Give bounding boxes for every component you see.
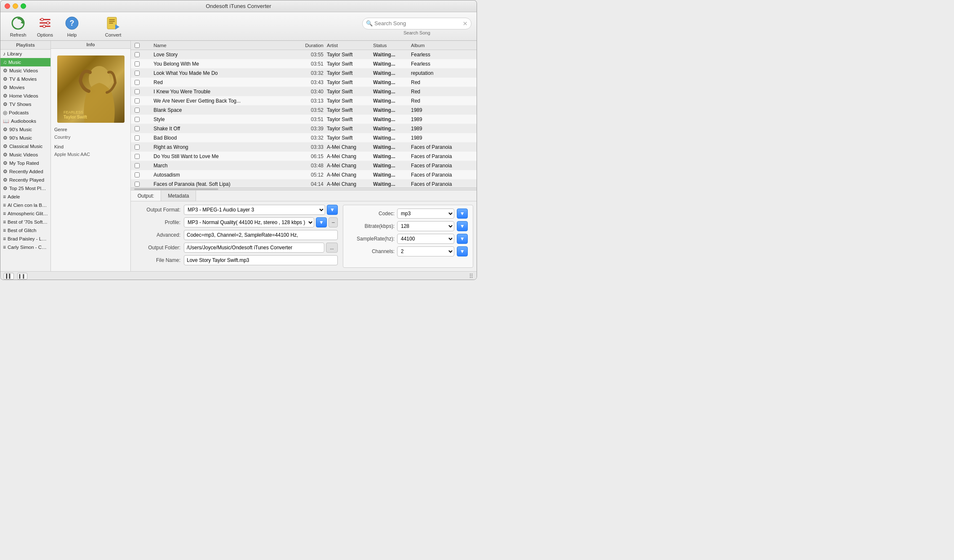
table-row[interactable]: Look What You Made Me Do 03:32 Taylor Sw…	[131, 69, 477, 78]
col-artist: Artist	[327, 43, 373, 48]
table-row[interactable]: Do You Still Want to Love Me 06:15 A-Mei…	[131, 152, 477, 161]
track-checkbox-3[interactable]	[135, 80, 140, 85]
bitrate-select[interactable]: 128	[397, 221, 454, 231]
table-row[interactable]: Red 03:43 Taylor Swift Waiting... Red	[131, 78, 477, 87]
browse-btn[interactable]: ...	[326, 243, 338, 253]
sidebar-item-al-cien[interactable]: ≡Al Cien con la Banda 💯	[0, 201, 50, 209]
sidebar-icon-tv-movies: ⚙	[3, 76, 8, 82]
track-checkbox-9[interactable]	[135, 135, 140, 140]
sidebar-item-best-70s[interactable]: ≡Best of '70s Soft Rock	[0, 218, 50, 226]
profile-dropdown-btn[interactable]: ▼	[316, 217, 327, 227]
sidebar-label-adele: Adele	[8, 194, 20, 199]
sidebar-item-tv-movies[interactable]: ⚙TV & Movies	[0, 75, 50, 83]
help-button[interactable]: ? Help	[59, 14, 85, 39]
track-checkbox-12[interactable]	[135, 163, 140, 168]
table-row[interactable]: We Are Never Ever Getting Back Tog... 03…	[131, 96, 477, 106]
sidebar-item-music-videos[interactable]: ⚙Music Videos	[0, 66, 50, 75]
track-album: 1989	[411, 126, 470, 132]
table-row[interactable]: Shake It Off 03:39 Taylor Swift Waiting.…	[131, 124, 477, 133]
sidebar-item-adele[interactable]: ≡Adele	[0, 193, 50, 201]
track-duration: 03:32	[297, 135, 327, 141]
sidebar-item-movies[interactable]: ⚙Movies	[0, 83, 50, 92]
track-checkbox-4[interactable]	[135, 89, 140, 94]
sidebar-item-podcasts[interactable]: ◎Podcasts	[0, 108, 50, 117]
tab-metadata[interactable]: Metadata	[161, 190, 196, 201]
table-row[interactable]: You Belong With Me 03:51 Taylor Swift Wa…	[131, 59, 477, 69]
table-row[interactable]: Style 03:51 Taylor Swift Waiting... 1989	[131, 115, 477, 124]
svg-text:Taylor Swift: Taylor Swift	[64, 115, 87, 119]
help-icon: ?	[64, 16, 80, 31]
sidebar-item-classical[interactable]: ⚙Classical Music	[0, 142, 50, 151]
sidebar-item-carly-simon[interactable]: ≡Carly Simon - Chimes of...	[0, 243, 50, 251]
track-checkbox-7[interactable]	[135, 117, 140, 122]
codec-select[interactable]: mp3	[397, 209, 454, 219]
filename-row: File Name:	[134, 255, 338, 265]
options-button[interactable]: Options	[32, 14, 58, 39]
table-row[interactable]: March 03:48 A-Mei Chang Waiting... Faces…	[131, 161, 477, 170]
sidebar-item-library[interactable]: ♪Library	[0, 50, 50, 58]
track-checkbox-6[interactable]	[135, 108, 140, 113]
track-checkbox-0[interactable]	[135, 52, 140, 57]
output-tabs: Output: Metadata	[131, 190, 477, 201]
bitrate-dropdown-btn[interactable]: ▼	[457, 221, 468, 231]
play-button[interactable]: ▌▌	[4, 273, 14, 280]
sidebar-item-music-videos-2[interactable]: ⚙Music Videos	[0, 151, 50, 159]
profile-select[interactable]: MP3 - Normal Quality( 44100 Hz, stereo ,…	[184, 217, 314, 227]
samplerate-dropdown-btn[interactable]: ▼	[457, 234, 468, 244]
format-select[interactable]: MP3 - MPEG-1 Audio Layer 3	[184, 205, 325, 215]
advanced-input[interactable]	[184, 230, 338, 240]
minimize-button[interactable]	[13, 3, 18, 9]
select-all-checkbox[interactable]	[135, 43, 140, 48]
convert-icon	[106, 16, 121, 31]
folder-input[interactable]	[184, 243, 324, 253]
convert-button[interactable]: Convert	[101, 14, 126, 39]
sidebar-item-90s-music-2[interactable]: ⚙90's Music	[0, 134, 50, 142]
sidebar-item-best-glitch[interactable]: ≡Best of Glitch	[0, 226, 50, 235]
pause-button[interactable]: ▌ ▌	[17, 273, 27, 280]
track-checkbox-8[interactable]	[135, 126, 140, 131]
sidebar-item-atmospheric[interactable]: ≡Atmospheric Glitch	[0, 209, 50, 218]
folder-label: Output Folder:	[134, 245, 180, 251]
sidebar-item-home-videos[interactable]: ⚙Home Videos	[0, 92, 50, 100]
sidebar-icon-atmospheric: ≡	[3, 211, 6, 217]
table-row[interactable]: Right as Wrong 03:33 A-Mei Chang Waiting…	[131, 143, 477, 152]
track-checkbox-14[interactable]	[135, 182, 140, 187]
traffic-lights	[5, 3, 26, 9]
table-row[interactable]: Autosadism 05:12 A-Mei Chang Waiting... …	[131, 170, 477, 180]
search-input[interactable]	[374, 20, 461, 26]
track-checkbox-11[interactable]	[135, 154, 140, 159]
sidebar-item-brad-paisley[interactable]: ≡Brad Paisley - Love and Wa...	[0, 235, 50, 243]
filename-input[interactable]	[184, 255, 338, 265]
sidebar-item-audiobooks[interactable]: 📖Audiobooks	[0, 117, 50, 125]
sidebar-item-90s-music[interactable]: ⚙90's Music	[0, 125, 50, 134]
table-row[interactable]: Faces of Paranoia (feat. Soft Lipa) 04:1…	[131, 180, 477, 188]
format-dropdown-btn[interactable]: ▼	[327, 205, 338, 215]
sidebar-item-top-rated[interactable]: ⚙My Top Rated	[0, 159, 50, 167]
track-checkbox-2[interactable]	[135, 71, 140, 76]
maximize-button[interactable]	[21, 3, 26, 9]
sidebar-item-recently-played[interactable]: ⚙Recently Played	[0, 176, 50, 184]
advanced-row: Advanced:	[134, 230, 338, 240]
tab-output[interactable]: Output:	[131, 190, 161, 201]
resize-handle[interactable]: ⠿	[469, 273, 473, 280]
track-checkbox-10[interactable]	[135, 145, 140, 150]
table-row[interactable]: Love Story 03:55 Taylor Swift Waiting...…	[131, 50, 477, 59]
track-checkbox-13[interactable]	[135, 172, 140, 177]
track-checkbox-5[interactable]	[135, 98, 140, 103]
table-row[interactable]: Blank Space 03:52 Taylor Swift Waiting..…	[131, 106, 477, 115]
channels-select[interactable]: 2	[397, 246, 454, 256]
close-button[interactable]	[5, 3, 10, 9]
sidebar-item-top-25[interactable]: ⚙Top 25 Most Played	[0, 184, 50, 193]
table-row[interactable]: I Knew You Were Trouble 03:40 Taylor Swi…	[131, 87, 477, 96]
refresh-button[interactable]: Refresh	[5, 14, 31, 39]
profile-minus-btn[interactable]: −	[329, 217, 338, 227]
track-checkbox-1[interactable]	[135, 61, 140, 66]
sidebar-item-tv-shows[interactable]: ⚙TV Shows	[0, 100, 50, 108]
codec-dropdown-btn[interactable]: ▼	[457, 209, 468, 219]
table-row[interactable]: Bad Blood 03:32 Taylor Swift Waiting... …	[131, 133, 477, 143]
sidebar-item-music[interactable]: ♫Music	[0, 58, 50, 66]
channels-dropdown-btn[interactable]: ▼	[457, 246, 468, 256]
sidebar-item-recently-added[interactable]: ⚙Recently Added	[0, 167, 50, 176]
clear-search-icon[interactable]: ✕	[463, 20, 468, 27]
samplerate-select[interactable]: 44100	[397, 234, 454, 244]
